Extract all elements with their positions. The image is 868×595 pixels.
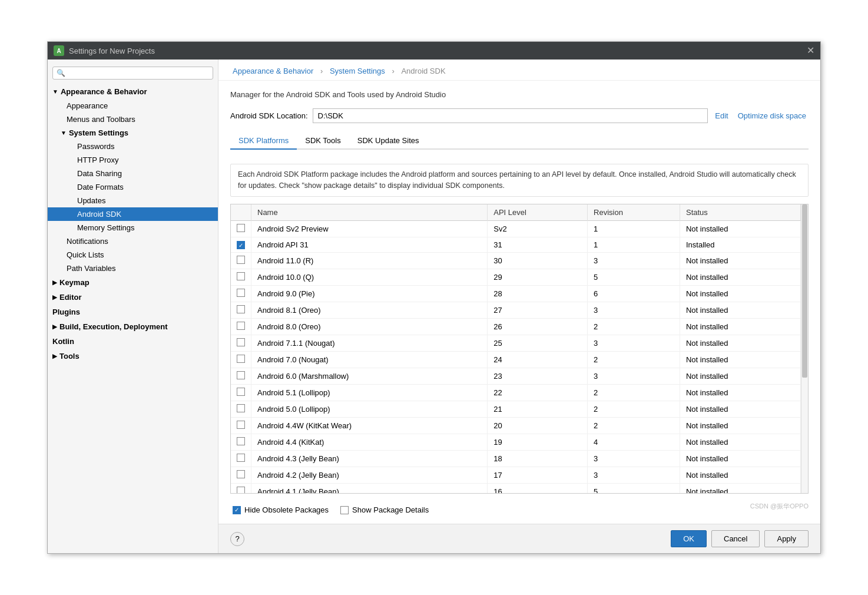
nav-group-plugins[interactable]: Plugins bbox=[48, 305, 218, 319]
row-check-cell[interactable] bbox=[231, 220, 251, 237]
table-row: Android 4.1 (Jelly Bean) 16 5 Not instal… bbox=[231, 484, 801, 494]
row-check-cell[interactable] bbox=[231, 467, 251, 484]
table-row: Android 7.1.1 (Nougat) 25 3 Not installe… bbox=[231, 335, 801, 352]
sidebar-item-http-proxy[interactable]: HTTP Proxy bbox=[48, 153, 218, 167]
row-check-cell[interactable] bbox=[231, 352, 251, 368]
row-check-cell[interactable] bbox=[231, 286, 251, 302]
row-status: Not installed bbox=[680, 269, 800, 286]
row-checkbox[interactable] bbox=[237, 470, 245, 478]
breadcrumb-appearance[interactable]: Appearance & Behavior bbox=[233, 67, 313, 75]
table-row: Android 11.0 (R) 30 3 Not installed bbox=[231, 253, 801, 269]
search-box[interactable]: 🔍 bbox=[52, 67, 213, 80]
sidebar-item-notifications[interactable]: Notifications bbox=[48, 234, 218, 248]
arrow-icon: ▶ bbox=[52, 279, 57, 286]
row-check-cell[interactable] bbox=[231, 401, 251, 418]
sidebar-item-appearance[interactable]: Appearance bbox=[48, 99, 218, 113]
help-button[interactable]: ? bbox=[230, 532, 244, 546]
nav-group-build[interactable]: ▶ Build, Execution, Deployment bbox=[48, 319, 218, 334]
breadcrumb-system-settings[interactable]: System Settings bbox=[330, 67, 385, 75]
table-row: Android 4.4W (KitKat Wear) 20 2 Not inst… bbox=[231, 418, 801, 434]
app-icon: A bbox=[54, 45, 64, 56]
row-check-cell[interactable] bbox=[231, 269, 251, 286]
optimize-disk-button[interactable]: Optimize disk space bbox=[736, 111, 809, 120]
close-button[interactable]: ✕ bbox=[807, 46, 814, 55]
watermark: CSDN @振华OPPO bbox=[750, 502, 809, 511]
apply-button[interactable]: Apply bbox=[764, 530, 809, 547]
tab-sdk-tools[interactable]: SDK Tools bbox=[297, 133, 349, 150]
row-checkbox[interactable] bbox=[237, 224, 245, 232]
arrow-icon: ▼ bbox=[52, 88, 58, 95]
nav-group-keymap[interactable]: ▶ Keymap bbox=[48, 275, 218, 290]
sidebar-item-date-formats[interactable]: Date Formats bbox=[48, 180, 218, 194]
tab-sdk-platforms[interactable]: SDK Platforms bbox=[230, 133, 297, 150]
sdk-bottom-options: ✓ Hide Obsolete Packages Show Package De… bbox=[230, 501, 809, 514]
sidebar-item-passwords[interactable]: Passwords bbox=[48, 140, 218, 153]
row-check-cell[interactable] bbox=[231, 335, 251, 352]
row-check-cell[interactable] bbox=[231, 319, 251, 335]
row-api: 30 bbox=[488, 253, 588, 269]
row-checkbox[interactable] bbox=[237, 272, 245, 280]
row-revision: 3 bbox=[588, 335, 680, 352]
sidebar-item-data-sharing[interactable]: Data Sharing bbox=[48, 167, 218, 180]
row-check-cell[interactable]: ✓ bbox=[231, 237, 251, 253]
edit-button[interactable]: Edit bbox=[713, 111, 730, 120]
row-status: Not installed bbox=[680, 302, 800, 319]
table-row: Android 8.0 (Oreo) 26 2 Not installed bbox=[231, 319, 801, 335]
tab-sdk-update-sites[interactable]: SDK Update Sites bbox=[349, 133, 428, 150]
show-details-checkbox-label[interactable]: Show Package Details bbox=[340, 505, 429, 514]
row-checkbox[interactable] bbox=[237, 322, 245, 330]
nav-group-appearance-behavior[interactable]: ▼ Appearance & Behavior bbox=[48, 84, 218, 99]
row-name: Android 9.0 (Pie) bbox=[251, 286, 488, 302]
row-checkbox[interactable] bbox=[237, 355, 245, 363]
row-checkbox[interactable] bbox=[237, 338, 245, 346]
row-check-cell[interactable] bbox=[231, 434, 251, 451]
table-row: Android 5.0 (Lollipop) 21 2 Not installe… bbox=[231, 401, 801, 418]
row-checkbox[interactable] bbox=[237, 289, 245, 297]
sidebar-item-menus-toolbars[interactable]: Menus and Toolbars bbox=[48, 113, 218, 126]
scrollbar-track[interactable] bbox=[801, 204, 808, 494]
sidebar-item-path-variables[interactable]: Path Variables bbox=[48, 262, 218, 275]
row-check-cell[interactable] bbox=[231, 385, 251, 401]
row-status: Not installed bbox=[680, 319, 800, 335]
row-check-cell[interactable] bbox=[231, 302, 251, 319]
row-checkbox[interactable]: ✓ bbox=[237, 241, 245, 249]
row-checkbox[interactable] bbox=[237, 305, 245, 313]
row-name: Android 4.3 (Jelly Bean) bbox=[251, 451, 488, 467]
nav-group-kotlin[interactable]: Kotlin bbox=[48, 334, 218, 349]
row-check-cell[interactable] bbox=[231, 418, 251, 434]
sidebar-item-memory-settings[interactable]: Memory Settings bbox=[48, 221, 218, 234]
nav-group-tools[interactable]: ▶ Tools bbox=[48, 349, 218, 363]
ok-button[interactable]: OK bbox=[671, 530, 707, 547]
row-status: Not installed bbox=[680, 368, 800, 385]
sdk-location-input[interactable] bbox=[313, 108, 708, 123]
row-checkbox[interactable] bbox=[237, 487, 245, 493]
row-check-cell[interactable] bbox=[231, 368, 251, 385]
row-status: Not installed bbox=[680, 385, 800, 401]
row-checkbox[interactable] bbox=[237, 437, 245, 445]
row-check-cell[interactable] bbox=[231, 484, 251, 494]
sidebar-item-updates[interactable]: Updates bbox=[48, 194, 218, 207]
sidebar-item-quick-lists[interactable]: Quick Lists bbox=[48, 248, 218, 262]
hide-obsolete-checkbox-label[interactable]: ✓ Hide Obsolete Packages bbox=[233, 505, 329, 514]
sidebar-item-system-settings[interactable]: ▼ System Settings bbox=[48, 126, 218, 140]
row-checkbox[interactable] bbox=[237, 388, 245, 396]
row-revision: 3 bbox=[588, 368, 680, 385]
show-details-checkbox[interactable] bbox=[340, 506, 349, 514]
cancel-button[interactable]: Cancel bbox=[711, 530, 760, 547]
row-api: 25 bbox=[488, 335, 588, 352]
row-name: Android 11.0 (R) bbox=[251, 253, 488, 269]
row-checkbox[interactable] bbox=[237, 371, 245, 379]
nav-group-editor[interactable]: ▶ Editor bbox=[48, 290, 218, 305]
row-api: 27 bbox=[488, 302, 588, 319]
row-api: 22 bbox=[488, 385, 588, 401]
row-checkbox[interactable] bbox=[237, 454, 245, 462]
row-checkbox[interactable] bbox=[237, 404, 245, 412]
search-input[interactable] bbox=[68, 69, 209, 77]
row-check-cell[interactable] bbox=[231, 253, 251, 269]
sidebar-item-android-sdk[interactable]: Android SDK bbox=[48, 207, 218, 221]
row-status: Not installed bbox=[680, 220, 800, 237]
row-check-cell[interactable] bbox=[231, 451, 251, 467]
row-checkbox[interactable] bbox=[237, 256, 245, 264]
row-checkbox[interactable] bbox=[237, 421, 245, 429]
hide-obsolete-checkbox[interactable]: ✓ bbox=[233, 506, 241, 514]
